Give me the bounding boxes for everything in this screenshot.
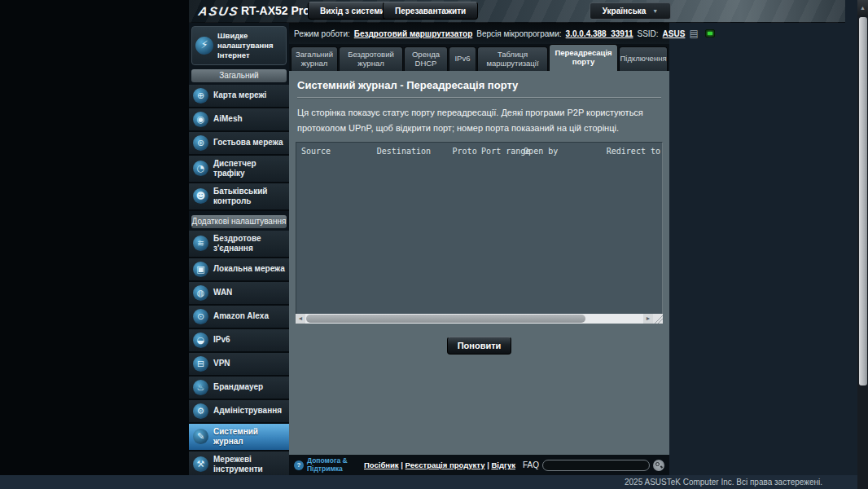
sidebar-item-system-log[interactable]: ✎ Системний журнал: [189, 424, 289, 452]
sidebar-item-aimesh[interactable]: ◉ AiMesh: [189, 108, 289, 132]
sidebar-item-ipv6[interactable]: ◒ IPv6: [189, 329, 289, 353]
faq-search-input[interactable]: [542, 460, 650, 471]
nav-label: AiMesh: [213, 114, 243, 124]
ssid-link[interactable]: ASUS: [663, 29, 686, 38]
wireless-icon: ≋: [193, 236, 208, 251]
lan-icon: ▣: [193, 262, 208, 277]
scroll-right-icon[interactable]: ►: [643, 314, 653, 324]
tab-ipv6[interactable]: IPv6: [449, 46, 476, 71]
tab-port-forwarding[interactable]: Переадресація порту: [549, 44, 618, 71]
nav-label: Мережеві інструменти: [213, 455, 285, 474]
quick-setup-icon: ⚡: [195, 37, 213, 55]
sidebar-item-guest-network[interactable]: ⊛ Гостьова мережа: [189, 132, 289, 156]
nav-label: Гостьова мережа: [213, 138, 283, 148]
asus-logo: ASUS: [198, 4, 241, 18]
sidebar-item-wan[interactable]: ◍ WAN: [189, 282, 289, 306]
nav-label: Карта мережі: [213, 90, 266, 100]
tab-dhcp-leases[interactable]: Оренда DHCP: [404, 46, 448, 71]
help-icon: ?: [294, 460, 304, 470]
network-map-icon: ⊕: [193, 88, 208, 104]
firmware-label: Версія мікропрограми:: [476, 29, 561, 38]
router-model: RT-AX52 Pro: [241, 4, 310, 17]
guest-network-icon: ⊛: [193, 135, 208, 151]
network-status-icon[interactable]: [705, 29, 715, 37]
tab-connections[interactable]: Підключення: [619, 46, 668, 71]
sidebar-item-lan[interactable]: ▣ Локальна мережа: [189, 258, 289, 282]
link-separator: |: [401, 460, 403, 469]
sidebar-item-wireless[interactable]: ≋ Бездротове з'єднання: [189, 231, 289, 258]
link-separator: |: [487, 460, 489, 469]
magnifier-glyph: [655, 462, 660, 466]
quick-setup-label: Швидке налаштування Інтернет: [217, 31, 283, 60]
tab-general-log[interactable]: Загальний журнал: [291, 46, 338, 71]
nav-label: Локальна мережа: [213, 264, 285, 274]
table-horizontal-scrollbar[interactable]: ◄ ►: [296, 314, 663, 324]
sidebar-item-network-tools[interactable]: ⚒ Мережеві інструменти: [189, 452, 289, 475]
ipv6-icon: ◒: [193, 333, 208, 348]
support-label[interactable]: Допомога & Підтримка: [307, 457, 354, 474]
page-title: Системний журнал - Переадресація порту: [297, 79, 661, 98]
nav-label: VPN: [213, 359, 230, 368]
printer-icon[interactable]: ▤: [689, 28, 698, 39]
chevron-down-icon: ▼: [652, 8, 658, 14]
network-tools-icon: ⚒: [193, 456, 208, 472]
status-icons: ▤: [689, 28, 714, 39]
sidebar-section-general: Загальний: [191, 69, 287, 82]
content-footer: ? Допомога & Підтримка Посібник | Реєстр…: [289, 455, 669, 475]
product-registration-link[interactable]: Реєстрація продукту: [406, 460, 485, 469]
col-open-by: Open by: [524, 147, 607, 156]
parental-controls-icon: ☻: [193, 188, 208, 204]
search-icon[interactable]: [653, 460, 664, 471]
col-redirect-to: Redirect to: [607, 147, 660, 156]
operation-mode-link[interactable]: Бездротовий маршрутизатор: [354, 29, 473, 38]
vertical-scroll-thumb[interactable]: [859, 17, 867, 385]
port-forwarding-table: Source Destination Proto Port range Open…: [296, 142, 663, 314]
sidebar-item-vpn[interactable]: ⊟ VPN: [189, 353, 289, 377]
sidebar: ⚡ Швидке налаштування Інтернет Загальний…: [189, 23, 289, 475]
refresh-button[interactable]: Поновити: [447, 337, 512, 355]
log-tabs: Загальний журнал Бездротовий журнал Орен…: [289, 44, 669, 71]
wan-icon: ◍: [193, 285, 208, 301]
nav-label: Брандмауер: [213, 382, 263, 392]
scroll-left-icon[interactable]: ◄: [296, 314, 305, 324]
reboot-button[interactable]: Перезавантажити: [383, 2, 478, 20]
scroll-up-icon[interactable]: ▲: [857, 0, 868, 15]
sidebar-item-quick-setup[interactable]: ⚡ Швидке налаштування Інтернет: [191, 26, 287, 65]
firmware-version-link[interactable]: 3.0.0.4.388_33911: [566, 29, 633, 38]
horizontal-scroll-thumb[interactable]: [306, 315, 585, 323]
sidebar-item-firewall[interactable]: ♨ Брандмауер: [189, 377, 289, 400]
nav-label: Бездротове з'єднання: [213, 234, 285, 253]
ssid-label: SSID:: [637, 29, 658, 38]
col-proto: Proto: [453, 147, 482, 156]
vpn-icon: ⊟: [193, 356, 208, 372]
language-selector[interactable]: Українська ▼: [590, 2, 671, 20]
copyright-bar: 2025 ASUSTeK Computer Inc. Всі права зас…: [0, 475, 868, 489]
firewall-icon: ♨: [193, 380, 208, 395]
nav-label: Системний журнал: [213, 427, 285, 447]
sidebar-item-amazon-alexa[interactable]: ⊙ Amazon Alexa: [189, 306, 289, 329]
feedback-link[interactable]: Відгук: [491, 460, 515, 469]
sidebar-item-administration[interactable]: ⚙ Адміністрування: [189, 400, 289, 424]
main-content: Режим роботи: Бездротовий маршрутизатор …: [289, 23, 669, 475]
system-log-icon: ✎: [193, 429, 208, 444]
sidebar-item-traffic-manager[interactable]: ◔ Диспетчер трафіку: [189, 156, 289, 183]
nav-label: Диспетчер трафіку: [213, 159, 285, 178]
traffic-manager-icon: ◔: [193, 161, 208, 176]
col-destination: Destination: [377, 147, 453, 156]
faq-label: FAQ: [523, 460, 539, 469]
top-banner: ASUS RT-AX52 Pro Вихід з системи Перезав…: [189, 0, 845, 23]
tab-wireless-log[interactable]: Бездротовий журнал: [339, 46, 403, 71]
operation-mode-label: Режим роботи:: [294, 29, 350, 38]
manual-link[interactable]: Посібник: [364, 460, 399, 469]
tab-routing-table[interactable]: Таблиця маршрутизації: [477, 46, 548, 71]
nav-label: Адміністрування: [213, 406, 282, 416]
nav-label: Батьківський контроль: [213, 187, 285, 206]
nav-label: WAN: [213, 288, 232, 297]
page-vertical-scrollbar[interactable]: ▲: [857, 0, 868, 489]
sidebar-section-advanced: Додаткові налаштування: [191, 215, 287, 228]
col-source: Source: [301, 147, 377, 156]
sidebar-item-parental-controls[interactable]: ☻ Батьківський контроль: [189, 183, 289, 211]
sidebar-item-network-map[interactable]: ⊕ Карта мережі: [189, 85, 289, 108]
nav-label: IPv6: [213, 335, 230, 345]
status-infobar: Режим роботи: Бездротовий маршрутизатор …: [289, 23, 669, 44]
